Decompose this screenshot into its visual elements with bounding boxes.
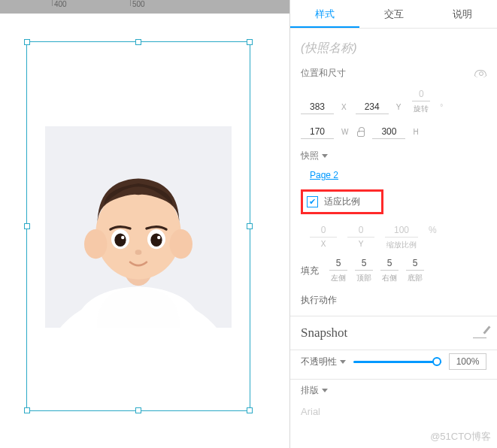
snapshot-name-input[interactable]: (快照名称) — [301, 41, 486, 56]
chevron-down-icon[interactable] — [322, 389, 328, 392]
pad-top-input[interactable]: 5 — [355, 258, 373, 271]
tab-style[interactable]: 样式 — [290, 0, 359, 28]
lock-aspect-icon[interactable] — [357, 131, 365, 137]
visibility-icon[interactable] — [474, 70, 486, 77]
width-input[interactable] — [301, 125, 334, 139]
resize-handle-b[interactable] — [135, 407, 141, 413]
opacity-label: 不透明性 — [301, 356, 346, 368]
x-input[interactable] — [301, 100, 334, 114]
canvas-area[interactable]: 400 500 — [0, 0, 289, 448]
snapshot-section-label: 快照 — [301, 150, 486, 162]
page-link[interactable]: Page 2 — [310, 170, 338, 180]
resize-handle-tl[interactable] — [24, 39, 30, 45]
panel-body[interactable]: (快照名称) 位置和尺寸 X Y 旋转 ° W H 快照 Page 2 ✔ — [290, 29, 497, 448]
selection-box[interactable] — [26, 41, 250, 411]
properties-panel: 样式 交互 说明 (快照名称) 位置和尺寸 X Y 旋转 ° W H 快照 — [289, 0, 497, 448]
tab-interaction[interactable]: 交互 — [359, 0, 429, 28]
pad-bottom-input[interactable]: 5 — [406, 258, 424, 271]
pad-left-input[interactable]: 5 — [329, 258, 347, 271]
resize-handle-br[interactable] — [247, 407, 253, 413]
offset-x-input[interactable]: 0 — [310, 225, 337, 238]
opacity-slider[interactable] — [353, 361, 441, 363]
fit-scale-checkbox[interactable]: ✔ — [307, 196, 318, 207]
resize-handle-r[interactable] — [247, 223, 253, 229]
tab-notes[interactable]: 说明 — [428, 0, 497, 28]
padding-label: 填充 — [301, 265, 319, 277]
rename-icon[interactable] — [473, 328, 486, 338]
watermark: @51CTO博客 — [430, 430, 491, 443]
exec-action-link[interactable]: 执行动作 — [301, 294, 486, 307]
opacity-value-input[interactable]: 100% — [449, 353, 486, 370]
resize-handle-t[interactable] — [135, 39, 141, 45]
height-input[interactable] — [372, 125, 405, 139]
y-input[interactable] — [356, 100, 389, 114]
chevron-down-icon[interactable] — [340, 360, 346, 364]
snapshot-title: Snapshot — [301, 325, 347, 341]
fit-scale-highlight: ✔ 适应比例 — [301, 189, 383, 214]
resize-handle-tr[interactable] — [247, 39, 253, 45]
slider-thumb[interactable] — [432, 357, 441, 366]
offset-y-input[interactable]: 0 — [347, 225, 374, 238]
separator — [290, 379, 497, 380]
ruler-tick-500: 500 — [132, 0, 145, 8]
pad-right-input[interactable]: 5 — [380, 258, 399, 271]
font-select[interactable]: Arial — [301, 403, 486, 420]
ruler-tick-400: 400 — [54, 0, 67, 8]
resize-handle-bl[interactable] — [24, 407, 30, 413]
rotation-input[interactable] — [412, 87, 430, 101]
position-size-label: 位置和尺寸 — [301, 67, 486, 80]
typography-label: 排版 — [301, 384, 486, 397]
ruler-horizontal: 400 500 — [0, 0, 289, 14]
resize-handle-l[interactable] — [24, 223, 30, 229]
scale-input[interactable]: 100 — [385, 225, 418, 238]
fit-scale-label: 适应比例 — [324, 195, 360, 208]
panel-tabs: 样式 交互 说明 — [290, 0, 497, 29]
chevron-down-icon[interactable] — [322, 154, 328, 158]
